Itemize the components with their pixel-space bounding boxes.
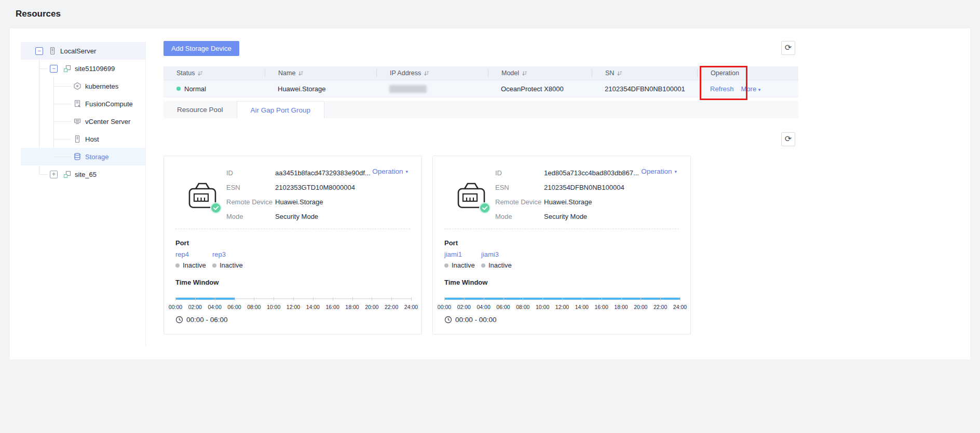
- tree-item-storage[interactable]: Storage: [21, 148, 145, 165]
- security-ok-badge-icon: [210, 202, 222, 214]
- port-link[interactable]: jiami3: [481, 250, 499, 258]
- inactive-dot: [481, 263, 485, 268]
- tree-item-vcenter-server[interactable]: vCenter Server: [21, 113, 145, 130]
- column-header-ip-address[interactable]: IP Address: [376, 69, 488, 77]
- tree-item-localserver[interactable]: − LocalServer: [21, 42, 145, 60]
- operation-label: Operation: [372, 167, 403, 175]
- field-value-remote-device: Huawei.Storage: [544, 198, 592, 207]
- sort-icon: [424, 71, 429, 76]
- tree-item-site51109699[interactable]: − site51109699: [21, 60, 145, 77]
- operation-cell: Refresh More ▾: [697, 85, 798, 93]
- port-section-title: Port: [444, 239, 458, 247]
- tree-item-fusioncompute[interactable]: FusionCompute: [21, 95, 145, 113]
- field-row-remote-device: Remote Device Huawei.Storage: [226, 198, 323, 207]
- detail-tabs: Resource Pool Air Gap Port Group: [164, 101, 798, 118]
- status-dot-normal: [176, 87, 181, 91]
- timeline-tick: [602, 297, 602, 301]
- port-status: Inactive: [212, 261, 248, 269]
- time-tick-label: 00:00: [169, 304, 182, 310]
- timeline-tick: [175, 297, 176, 301]
- timeline-tick: [464, 297, 465, 301]
- tree-item-label: Storage: [85, 153, 109, 161]
- tree-item-label: FusionCompute: [85, 100, 133, 108]
- status-text: Normal: [184, 85, 206, 93]
- column-label: IP Address: [390, 69, 421, 77]
- expand-icon[interactable]: +: [50, 171, 58, 178]
- table-row[interactable]: Normal Huawei.Storage OceanProtect X8000…: [164, 80, 798, 97]
- timeline-tick: [313, 297, 314, 301]
- column-header-model[interactable]: Model: [488, 69, 592, 77]
- refresh-link[interactable]: Refresh: [710, 85, 734, 93]
- time-tick-label: 16:00: [595, 304, 608, 310]
- timeline-tick: [333, 297, 333, 301]
- port-link[interactable]: rep3: [212, 250, 226, 258]
- time-tick-label: 02:00: [457, 304, 471, 310]
- timeline-tick: [274, 297, 274, 301]
- chevron-down-icon: ▾: [758, 87, 761, 92]
- column-header-name[interactable]: Name: [265, 69, 376, 77]
- timeline-tick: [582, 297, 582, 301]
- storage-device-icon: [454, 180, 490, 215]
- field-row-mode: Mode Security Mode: [495, 212, 587, 221]
- port-status-text: Inactive: [183, 261, 206, 269]
- time-tick-label: 06:00: [227, 304, 241, 310]
- timeline-tick: [503, 297, 504, 301]
- chevron-down-icon: ▾: [674, 169, 677, 174]
- tree-item-site65[interactable]: + site_65: [21, 165, 145, 183]
- host-icon: [73, 135, 81, 144]
- time-tick-label: 04:00: [208, 304, 222, 310]
- field-value-mode: Security Mode: [544, 212, 587, 221]
- card-operation-dropdown[interactable]: Operation ▾: [372, 167, 408, 175]
- column-header-status[interactable]: Status: [164, 69, 265, 77]
- port-item: rep4 Inactive: [175, 250, 211, 269]
- inactive-dot: [212, 263, 216, 268]
- timeline-tick: [484, 297, 484, 301]
- time-tick-label: 12:00: [555, 304, 569, 310]
- time-tick-label: 12:00: [287, 304, 300, 310]
- status-cell: Normal: [164, 85, 265, 93]
- field-row-id: ID aa3451b8facd47329383e90df...: [226, 169, 371, 178]
- time-tick-label: 18:00: [614, 304, 628, 310]
- clock-icon: [444, 316, 452, 324]
- column-label: SN: [605, 69, 614, 77]
- tree-item-host[interactable]: Host: [21, 130, 145, 148]
- timeline-tick: [562, 297, 563, 301]
- tree-item-label: vCenter Server: [85, 118, 130, 125]
- resource-tree: − LocalServer − site51109699: [21, 42, 146, 346]
- time-tick-label: 24:00: [404, 304, 418, 310]
- time-window-timeline: 00:00 02:00 04:00 06:00 08:00 10:00 12:0…: [444, 297, 680, 313]
- tab-resource-pool[interactable]: Resource Pool: [164, 101, 237, 118]
- column-label: Model: [501, 69, 519, 77]
- port-status: Inactive: [481, 261, 516, 269]
- tree-item-kubernetes[interactable]: kubernetes: [21, 77, 145, 95]
- port-link[interactable]: jiami1: [444, 250, 462, 258]
- time-tick-label: 02:00: [188, 304, 202, 310]
- time-window-timeline: 00:00 02:00 04:00 06:00 08:00 10:00 12:0…: [175, 297, 411, 313]
- collapse-icon[interactable]: −: [35, 47, 43, 55]
- add-storage-device-button[interactable]: Add Storage Device: [164, 41, 239, 56]
- tree-item-label: Host: [85, 135, 99, 143]
- time-tick-label: 18:00: [345, 304, 359, 310]
- page-title: Resources: [16, 9, 61, 19]
- air-gap-card: Operation ▾ ID aa3451b8facd47329383e90df…: [164, 156, 422, 334]
- time-tick-label: 04:00: [477, 304, 491, 310]
- port-item: jiami3 Inactive: [481, 250, 516, 269]
- refresh-cards-button[interactable]: ⟳: [781, 132, 795, 146]
- time-range-text: 00:00 - 06:00: [186, 316, 228, 324]
- field-value-mode: Security Mode: [275, 212, 318, 221]
- port-link[interactable]: rep4: [175, 250, 189, 258]
- collapse-icon[interactable]: −: [50, 65, 58, 73]
- column-label: Status: [176, 69, 195, 77]
- port-status: Inactive: [175, 261, 211, 269]
- field-label: ID: [495, 169, 544, 178]
- card-operation-dropdown[interactable]: Operation ▾: [641, 167, 677, 175]
- refresh-table-button[interactable]: ⟳: [781, 41, 795, 55]
- field-label: Mode: [226, 212, 275, 221]
- storage-icon: [73, 152, 81, 161]
- tab-air-gap-port-group[interactable]: Air Gap Port Group: [237, 101, 325, 118]
- more-link[interactable]: More ▾: [741, 85, 761, 93]
- tree-item-label: LocalServer: [60, 47, 96, 55]
- timeline-tick: [293, 297, 294, 301]
- column-header-sn[interactable]: SN: [592, 69, 697, 77]
- time-tick-label: 16:00: [326, 304, 339, 310]
